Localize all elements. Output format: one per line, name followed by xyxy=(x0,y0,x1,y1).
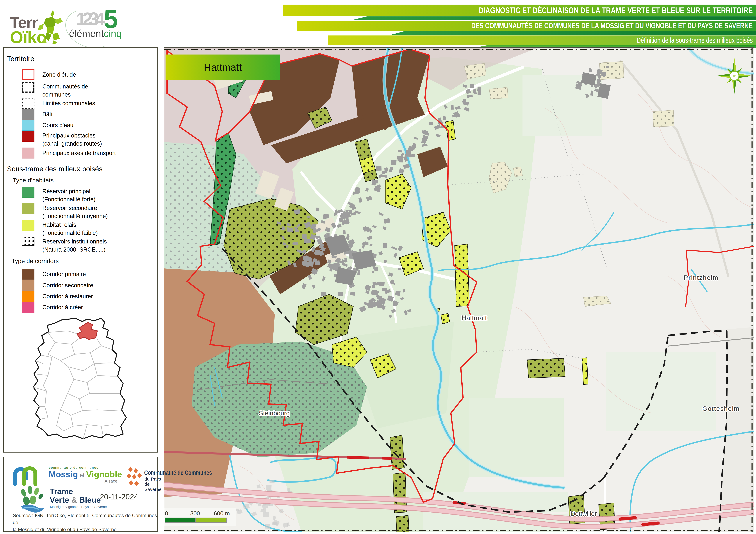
title-ribbon-1 xyxy=(351,16,756,20)
place-label-gottesheim: Gottesheim xyxy=(702,405,740,412)
obstacles-swatch xyxy=(22,131,35,141)
axes-transport-swatch xyxy=(22,147,35,159)
title-bar-3: Définition de la sous-trame des milieux … xyxy=(328,36,756,45)
bati-swatch xyxy=(22,109,35,120)
mossig-vignoble-name: Mossig et Vignoble xyxy=(49,469,122,479)
credits-panel: communauté de communes Mossig et Vignobl… xyxy=(3,457,158,532)
elementcinq-numbers: 1234 xyxy=(76,8,101,29)
corridor-restaurer-swatch xyxy=(22,291,35,302)
tvb-logo-subtext: Mossig et Vignoble - Pays de Saverne xyxy=(50,505,107,509)
legend-subsection-habitats: Type d'habitats xyxy=(13,177,54,184)
map-canvas: Hattmatt Hattmatt Printzheim Gottesheim … xyxy=(164,48,754,532)
saverne-cc-line1: Communauté de Communes xyxy=(144,469,212,476)
title-line-1: DIAGNOSTIC ET DÉCLINAISON DE LA TRAME VE… xyxy=(479,5,756,15)
main-map: Hattmatt Hattmatt Printzheim Gottesheim … xyxy=(164,47,754,532)
saverne-cc-line2: du Pays de Saverne xyxy=(145,476,162,492)
title-line-3: Définition de la sous-trame des milieux … xyxy=(637,36,756,44)
scalebar: 0 300 600 m xyxy=(164,508,236,526)
title-bar-1: DIAGNOSTIC ET DÉCLINAISON DE LA TRAME VE… xyxy=(283,5,756,16)
commune-title-text: Hattmatt xyxy=(204,62,242,73)
legend-section-sous-trame: Sous-trame des milieux boisés xyxy=(7,165,102,173)
zone-etude-swatch xyxy=(22,69,35,80)
habitat-relais-swatch xyxy=(22,220,35,231)
frog-icon xyxy=(31,8,66,46)
scalebar-0: 0 xyxy=(165,510,168,517)
place-label-dettwiller: Dettwiller xyxy=(571,510,597,517)
header-brand: Terr Oïko 1234 5 élémentcinq xyxy=(8,2,158,46)
legend-panel: Territoire Zone d'étude Communautés deco… xyxy=(3,47,158,452)
place-label-steinbourg: Steinbourg xyxy=(259,410,290,417)
corridor-creer-swatch xyxy=(22,302,35,313)
map-date: 20-11-2024 xyxy=(89,493,149,501)
mossig-vignoble-logo-icon xyxy=(11,464,46,486)
mossig-region: Alsace xyxy=(105,479,117,484)
legend-subsection-corridors: Type de corridors xyxy=(12,258,59,265)
title-bar-2: DES COMMUNAUTÉS DE COMMUNES DE LA MOSSIG… xyxy=(297,21,756,31)
title-line-2: DES COMMUNAUTÉS DE COMMUNES DE LA MOSSIG… xyxy=(471,21,756,30)
mossig-cc-small: communauté de communes xyxy=(49,466,98,470)
cours-eau-swatch xyxy=(22,120,35,131)
limites-swatch xyxy=(22,98,35,109)
title-ribbon-2 xyxy=(390,31,756,35)
legend-section-territoire: Territoire xyxy=(7,55,34,63)
elementcinq-logo: 1234 5 élémentcinq xyxy=(65,8,117,46)
reservoir-principal-swatch xyxy=(22,187,35,198)
map-poster-page: { "header": { "brand_terr": "Terr", "bra… xyxy=(0,0,756,534)
scalebar-300: 300 xyxy=(190,510,200,517)
reservoir-secondaire-swatch xyxy=(22,203,35,215)
reservoirs-institutionnels-swatch xyxy=(22,237,35,246)
communautes-swatch xyxy=(22,82,35,92)
pays-saverne-logo-icon xyxy=(126,466,143,490)
elementcinq-word: élémentcinq xyxy=(69,28,122,39)
place-label-printzheim: Printzheim xyxy=(684,274,718,281)
scalebar-600: 600 m xyxy=(214,510,230,517)
territory-inset-map xyxy=(25,315,142,447)
corridor-primaire-swatch xyxy=(22,268,35,280)
place-label-hattmatt: Hattmatt xyxy=(462,314,487,321)
commune-title-box: Hattmatt xyxy=(166,55,280,80)
tvb-logo-icon xyxy=(18,486,47,514)
corridor-secondaire-swatch xyxy=(22,280,35,291)
sources-text: Sources : IGN, TerrOïko, Elément 5, Comm… xyxy=(13,512,157,533)
